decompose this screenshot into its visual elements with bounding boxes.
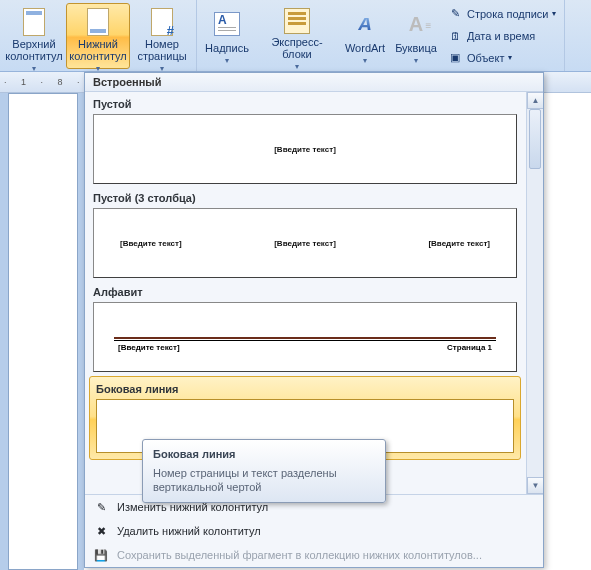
gallery-item-empty[interactable]: Пустой [Введите текст] bbox=[85, 92, 525, 186]
gallery-item-title: Пустой bbox=[93, 96, 517, 114]
gallery-item-title: Боковая линия bbox=[96, 381, 514, 399]
document-background bbox=[0, 93, 84, 570]
gallery-item-preview: [Введите текст] [Введите текст] [Введите… bbox=[93, 208, 517, 278]
gallery-item-title: Алфавит bbox=[93, 284, 517, 302]
page-number-label: Номерстраницы bbox=[137, 38, 186, 62]
scroll-up-button[interactable]: ▲ bbox=[527, 92, 543, 109]
dropdown-arrow-icon: ▾ bbox=[414, 55, 418, 67]
object-icon: ▣ bbox=[447, 50, 463, 66]
wordart-button[interactable]: A WordArt ▾ bbox=[339, 3, 391, 69]
wordart-icon: A bbox=[349, 8, 381, 40]
object-label: Объект bbox=[467, 52, 504, 64]
footer-button[interactable]: Нижнийколонтитул ▾ bbox=[66, 3, 130, 69]
save-icon: 💾 bbox=[93, 547, 109, 563]
tooltip: Боковая линия Номер страницы и текст раз… bbox=[142, 439, 386, 503]
footer-label: Нижнийколонтитул bbox=[69, 38, 127, 62]
delete-icon: ✖ bbox=[93, 523, 109, 539]
datetime-icon: 🗓 bbox=[447, 28, 463, 44]
placeholder-text: [Введите текст] bbox=[428, 239, 490, 248]
dropdown-arrow-icon: ▾ bbox=[295, 61, 299, 73]
header-button[interactable]: Верхнийколонтитул ▾ bbox=[2, 3, 66, 69]
dropdown-arrow-icon: ▾ bbox=[225, 55, 229, 67]
textbox-label: Надпись bbox=[205, 42, 249, 54]
placeholder-text: [Введите текст] bbox=[274, 239, 336, 248]
gallery-item-preview: [Введите текст] Страница 1 bbox=[93, 302, 517, 372]
menuitem-label: Сохранить выделенный фрагмент в коллекци… bbox=[117, 549, 482, 561]
header-label: Верхнийколонтитул bbox=[5, 38, 63, 62]
dropcap-button[interactable]: A Буквица ▾ bbox=[391, 3, 441, 69]
tooltip-title: Боковая линия bbox=[153, 448, 375, 460]
datetime-label: Дата и время bbox=[467, 30, 535, 42]
save-selection-menuitem: 💾 Сохранить выделенный фрагмент в коллек… bbox=[85, 543, 543, 567]
quickparts-label: Экспресс-блоки bbox=[258, 36, 336, 60]
page-number-icon bbox=[146, 8, 178, 36]
gallery-item-three-col[interactable]: Пустой (3 столбца) [Введите текст] [Введ… bbox=[85, 186, 525, 280]
quickparts-icon bbox=[281, 8, 313, 34]
ribbon: Верхнийколонтитул ▾ Нижнийколонтитул ▾ Н… bbox=[0, 0, 591, 72]
dropcap-icon: A bbox=[400, 8, 432, 40]
page-number-button[interactable]: Номерстраницы ▾ bbox=[130, 3, 194, 69]
tooltip-body: Номер страницы и текст разделены вертика… bbox=[153, 466, 375, 494]
datetime-button[interactable]: 🗓 Дата и время bbox=[445, 26, 558, 46]
object-button[interactable]: ▣ Объект ▾ bbox=[445, 48, 558, 68]
delete-footer-menuitem[interactable]: ✖ Удалить нижний колонтитул bbox=[85, 519, 543, 543]
group-text: Надпись ▾ Экспресс-блоки ▾ A WordArt ▾ A… bbox=[197, 0, 565, 71]
group-header-footer: Верхнийколонтитул ▾ Нижнийколонтитул ▾ Н… bbox=[0, 0, 197, 71]
gallery-item-alphabet[interactable]: Алфавит [Введите текст] Страница 1 bbox=[85, 280, 525, 374]
scroll-down-button[interactable]: ▼ bbox=[527, 477, 543, 494]
document-page bbox=[8, 93, 78, 570]
edit-icon: ✎ bbox=[93, 499, 109, 515]
placeholder-text: [Введите текст] bbox=[120, 239, 182, 248]
textbox-button[interactable]: Надпись ▾ bbox=[199, 3, 255, 69]
signature-line-button[interactable]: ✎ Строка подписи ▾ bbox=[445, 4, 558, 24]
group-insert-side: ✎ Строка подписи ▾ 🗓 Дата и время ▣ Объе… bbox=[441, 2, 562, 70]
placeholder-text: [Введите текст] bbox=[274, 145, 336, 154]
gallery-item-title: Пустой (3 столбца) bbox=[93, 190, 517, 208]
header-icon bbox=[18, 8, 50, 36]
signature-icon: ✎ bbox=[447, 6, 463, 22]
dropdown-arrow-icon: ▾ bbox=[508, 53, 512, 62]
gallery-scroll: Пустой [Введите текст] Пустой (3 столбца… bbox=[85, 92, 543, 494]
signature-label: Строка подписи bbox=[467, 8, 548, 20]
textbox-icon bbox=[211, 8, 243, 40]
quickparts-button[interactable]: Экспресс-блоки ▾ bbox=[255, 3, 339, 69]
placeholder-text: [Введите текст] bbox=[118, 343, 180, 352]
gallery-header: Встроенный bbox=[85, 73, 543, 92]
dropdown-arrow-icon: ▾ bbox=[363, 55, 367, 67]
scrollbar[interactable]: ▲ ▼ bbox=[526, 92, 543, 494]
footer-icon bbox=[82, 8, 114, 36]
gallery-footer-menu: ✎ Изменить нижний колонтитул ✖ Удалить н… bbox=[85, 494, 543, 567]
dropcap-label: Буквица bbox=[395, 42, 437, 54]
page-indicator: Страница 1 bbox=[447, 343, 492, 352]
dropdown-arrow-icon: ▾ bbox=[32, 63, 36, 75]
scroll-thumb[interactable] bbox=[529, 109, 541, 169]
wordart-label: WordArt bbox=[345, 42, 385, 54]
dropdown-arrow-icon: ▾ bbox=[552, 9, 556, 18]
menuitem-label: Удалить нижний колонтитул bbox=[117, 525, 261, 537]
gallery-item-preview: [Введите текст] bbox=[93, 114, 517, 184]
